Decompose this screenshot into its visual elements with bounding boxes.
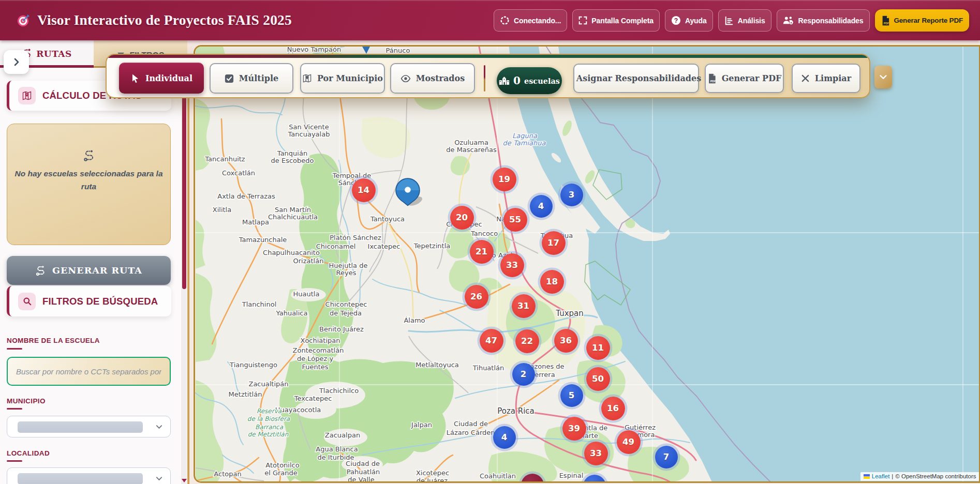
cluster-marker[interactable]: 16 — [601, 397, 625, 420]
fullscreen-button[interactable]: Pantalla Completa — [572, 9, 660, 32]
cluster-marker[interactable]: 26 — [465, 285, 488, 309]
label-underline — [7, 408, 22, 410]
school-name-label: NOMBRE DE LA ESCUELA — [7, 337, 100, 344]
label-underline — [7, 460, 22, 462]
attribution-osm[interactable]: © OpenStreetMap contributors — [895, 473, 976, 479]
x-icon — [801, 74, 810, 83]
sidebar-scrollbar-thumb[interactable] — [182, 70, 186, 289]
cluster-marker[interactable]: 33 — [584, 442, 608, 465]
clear-label: Limpiar — [815, 73, 851, 83]
connecting-label: Conectando... — [514, 17, 561, 25]
tab-rutas-label: RUTAS — [36, 49, 72, 59]
label-underline — [7, 348, 22, 350]
generate-pdf-button[interactable]: PDF Generar PDF — [705, 64, 784, 93]
municipality-label: MUNICIPIO — [7, 397, 46, 405]
cluster-marker[interactable]: 31 — [512, 294, 536, 318]
cluster-marker[interactable]: 55 — [503, 208, 527, 232]
cluster-marker[interactable]: 11 — [586, 336, 610, 360]
search-filters-panel: FILTROS DE BÚSQUEDA — [7, 286, 171, 316]
target-icon — [17, 13, 31, 27]
map-icon — [302, 73, 312, 83]
mode-shown-button[interactable]: Mostrados — [390, 63, 475, 94]
mode-multiple-button[interactable]: Múltiple — [210, 63, 293, 94]
cluster-marker[interactable]: 33 — [500, 253, 524, 277]
mode-municipality-button[interactable]: Por Municipio — [300, 63, 385, 94]
school-icon — [499, 76, 510, 85]
cluster-marker[interactable]: 2 — [512, 363, 535, 386]
fullscreen-label: Pantalla Completa — [591, 17, 654, 25]
empty-message-line1: No hay escuelas seleccionadas para la — [13, 167, 164, 180]
cluster-marker[interactable]: 17 — [542, 231, 566, 255]
pdf-file-icon: PDF — [707, 73, 717, 84]
cluster-marker[interactable] — [583, 475, 606, 483]
svg-text:PDF: PDF — [710, 79, 716, 82]
empty-message-line2: ruta — [13, 180, 164, 193]
responsibilities-button[interactable]: Responsabilidades — [777, 9, 870, 32]
cluster-marker[interactable]: 39 — [562, 417, 586, 441]
toolbar-separator — [484, 65, 485, 92]
map-pin-icon — [18, 87, 36, 104]
scrollbar-down-arrow[interactable] — [182, 479, 187, 482]
cluster-marker[interactable]: 21 — [470, 240, 494, 264]
cluster-marker[interactable]: 14 — [352, 178, 376, 202]
cluster-marker[interactable]: 36 — [554, 329, 578, 353]
pdf-file-icon: PDF — [881, 16, 890, 26]
bar-chart-icon — [724, 16, 734, 25]
help-label: Ayuda — [685, 17, 707, 25]
mode-individual-button[interactable]: Individual — [119, 63, 204, 94]
cluster-marker[interactable] — [521, 474, 544, 483]
header-actions: Conectando... Pantalla Completa ? Ayuda … — [494, 9, 969, 32]
school-counter-pill: 0 escuelas — [497, 67, 562, 94]
cursor-icon — [130, 73, 140, 83]
map-mode-toolbar: Individual Múltiple Por Municipio Mostra… — [106, 54, 870, 98]
analysis-button[interactable]: Análisis — [718, 9, 771, 32]
municipality-select[interactable] — [7, 416, 171, 437]
cluster-marker[interactable]: 20 — [450, 206, 474, 230]
cluster-marker[interactable]: 4 — [530, 195, 553, 218]
app-header: Visor Interactivo de Proyectos FAIS 2025… — [0, 0, 980, 40]
spinner-icon — [500, 16, 510, 25]
search-icon — [18, 293, 36, 310]
attribution-leaflet-link[interactable]: Leaflet — [872, 473, 890, 479]
help-button[interactable]: ? Ayuda — [665, 9, 713, 32]
route-icon — [35, 265, 46, 276]
school-search-input[interactable] — [7, 357, 171, 386]
locality-select[interactable] — [7, 467, 171, 484]
connecting-button[interactable]: Conectando... — [494, 9, 567, 32]
cluster-marker[interactable]: 47 — [480, 329, 503, 353]
eye-icon — [400, 73, 411, 84]
toolbar-collapse-button[interactable] — [874, 66, 892, 88]
generate-route-button[interactable]: GENERAR RUTA — [7, 256, 171, 285]
cluster-marker[interactable]: 22 — [515, 329, 539, 353]
cluster-marker[interactable]: 50 — [586, 367, 610, 391]
ukraine-flag-icon — [864, 474, 870, 479]
app-title: Visor Interactivo de Proyectos FAIS 2025 — [37, 12, 292, 28]
select-loading-skeleton — [18, 473, 143, 484]
mode-multiple-label: Múltiple — [239, 73, 278, 83]
cluster-marker[interactable]: 4 — [493, 426, 516, 449]
svg-text:PDF: PDF — [883, 22, 889, 25]
locality-label: LOCALIDAD — [7, 449, 50, 457]
cluster-marker[interactable]: 5 — [560, 384, 583, 407]
cluster-marker[interactable]: 7 — [655, 446, 678, 468]
select-loading-skeleton — [18, 421, 143, 433]
generate-report-pdf-label: Generar Reporte PDF — [894, 17, 963, 24]
chevron-down-icon — [155, 475, 163, 482]
toolbar-gradient-strip — [107, 55, 869, 58]
school-count: 0 — [513, 74, 521, 87]
sidebar-collapse-button[interactable] — [4, 50, 29, 74]
assign-responsibilities-button[interactable]: Asignar Responsabilidades — [573, 64, 699, 93]
svg-text:?: ? — [674, 17, 678, 24]
cluster-marker[interactable]: 19 — [493, 168, 516, 191]
map-attribution: Leaflet | © OpenStreetMap contributors — [860, 472, 979, 481]
generate-report-pdf-button[interactable]: PDF Generar Reporte PDF — [875, 9, 970, 32]
cluster-marker[interactable]: 18 — [540, 270, 564, 294]
chevron-right-icon — [11, 57, 22, 67]
cluster-marker[interactable]: 3 — [560, 184, 583, 206]
clear-button[interactable]: Limpiar — [792, 64, 860, 93]
generate-route-label: GENERAR RUTA — [52, 265, 142, 276]
app-root: Nuevo TampaónPánucoSan VicenteTancuayala… — [0, 0, 980, 484]
chevron-down-icon — [155, 423, 163, 431]
cluster-marker[interactable]: 49 — [617, 430, 641, 454]
school-count-unit: escuelas — [524, 77, 560, 85]
